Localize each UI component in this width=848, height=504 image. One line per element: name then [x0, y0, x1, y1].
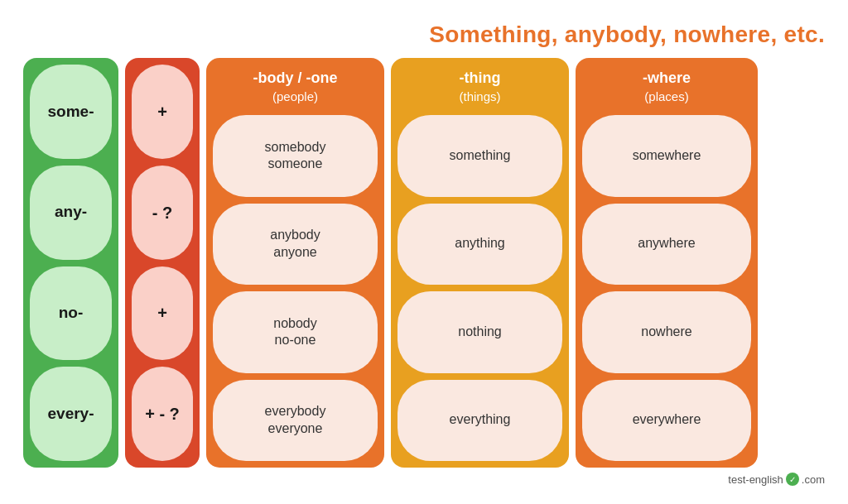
thing-nothing: nothing	[398, 291, 562, 372]
thing-something: something	[398, 115, 562, 196]
body-header: -body / -one (people)	[213, 65, 378, 108]
main-container: Something, anybody, nowhere, etc. some- …	[8, 8, 840, 496]
prefix-no: no-	[30, 266, 112, 361]
sign-plus: +	[132, 65, 193, 159]
where-somewhere: somewhere	[582, 115, 751, 196]
prefix-every: every-	[30, 367, 112, 461]
footer-text-after: .com	[802, 473, 825, 486]
thing-anything: anything	[398, 204, 562, 285]
body-everybody: everybody everyone	[213, 380, 378, 461]
thing-everything: everything	[398, 380, 562, 461]
thing-header: -thing (things)	[398, 65, 562, 108]
prefix-any: any-	[30, 166, 112, 260]
prefix-some: some-	[30, 65, 112, 159]
main-grid: some- any- no- every- + - ? + + - ? -bod…	[23, 58, 825, 468]
where-nowhere: nowhere	[582, 291, 751, 372]
column-sign: + - ? + + - ?	[125, 58, 200, 468]
sign-plus2: +	[132, 266, 193, 361]
column-thing: -thing (things) something anything nothi…	[391, 58, 569, 468]
body-nobody: nobody no-one	[213, 291, 378, 372]
sign-minus-q: - ?	[132, 166, 193, 260]
where-anywhere: anywhere	[582, 204, 751, 285]
footer: test-english ✓ .com	[23, 473, 825, 486]
page-title: Something, anybody, nowhere, etc.	[23, 22, 825, 48]
body-somebody: somebody someone	[213, 115, 378, 196]
column-where: -where (places) somewhere anywhere nowhe…	[576, 58, 758, 468]
column-body: -body / -one (people) somebody someone a…	[206, 58, 384, 468]
column-prefix: some- any- no- every-	[23, 58, 118, 468]
where-everywhere: everywhere	[582, 380, 751, 461]
body-anybody: anybody anyone	[213, 204, 378, 285]
check-icon: ✓	[786, 473, 799, 486]
sign-all: + - ?	[132, 367, 193, 461]
where-header: -where (places)	[582, 65, 751, 108]
footer-text-before: test-english	[728, 473, 783, 486]
